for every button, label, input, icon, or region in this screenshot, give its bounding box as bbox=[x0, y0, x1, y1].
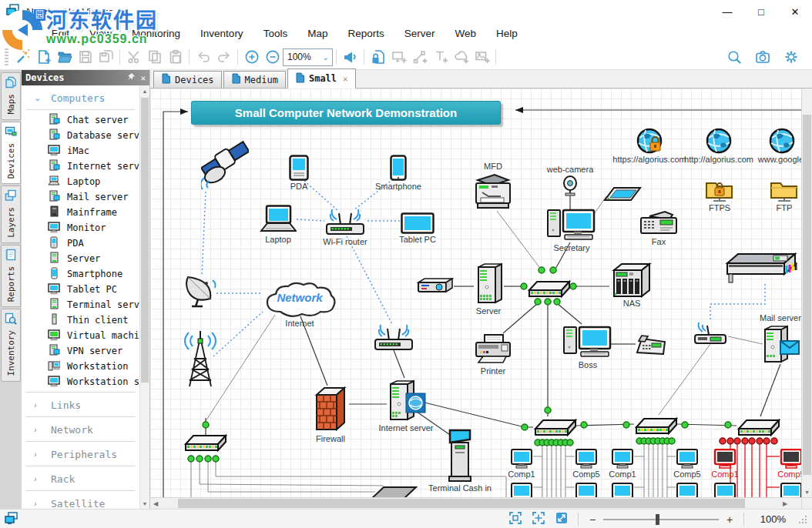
node-smartphone[interactable] bbox=[390, 155, 407, 183]
node-comp5a[interactable] bbox=[575, 449, 598, 471]
tree-group-peripherals[interactable]: ›Peripherals bbox=[22, 445, 139, 463]
node-mfd[interactable] bbox=[471, 172, 515, 213]
menu-tools[interactable]: Tools bbox=[253, 25, 298, 43]
node-antenna[interactable] bbox=[179, 329, 222, 392]
tree-item-vpn-server[interactable]: VPN server bbox=[22, 343, 139, 359]
settings-button[interactable] bbox=[780, 47, 801, 67]
tree-item-thin-client[interactable]: Thin client bbox=[22, 312, 139, 328]
tree-item-workstation-small[interactable]: Workstation small bbox=[22, 374, 139, 389]
map-canvas[interactable]: Small Computer Network Demonstration PDA… bbox=[150, 89, 801, 497]
node-nas[interactable] bbox=[609, 261, 654, 300]
node-internet-server[interactable] bbox=[386, 378, 426, 425]
fullscreen-button[interactable] bbox=[555, 511, 569, 527]
add-link-button[interactable] bbox=[409, 47, 430, 67]
scroll-up-icon[interactable]: ▲ bbox=[140, 85, 149, 96]
menu-file[interactable]: File bbox=[5, 25, 42, 43]
tree-item-mainframe[interactable]: Mainframe bbox=[22, 205, 139, 220]
side-tab-layers[interactable]: Layers bbox=[1, 185, 21, 243]
node-comp-r2-6[interactable] bbox=[780, 483, 801, 497]
scroll-down-icon[interactable]: ▼ bbox=[802, 486, 812, 497]
node-tablet-pc[interactable] bbox=[401, 212, 435, 236]
node-plotter[interactable] bbox=[724, 251, 801, 287]
node-comp5c[interactable] bbox=[780, 449, 801, 471]
node-fax[interactable] bbox=[639, 209, 679, 239]
tree-group-satellite[interactable]: ›Satellite bbox=[22, 494, 139, 509]
minimize-button[interactable]: — bbox=[710, 0, 744, 23]
map-wizard-button[interactable] bbox=[12, 47, 33, 67]
tree-item-terminal-server[interactable]: Terminal server bbox=[22, 297, 139, 312]
node-switch-b[interactable] bbox=[633, 415, 678, 437]
node-comp1c[interactable] bbox=[713, 449, 737, 471]
zoom-out-button[interactable] bbox=[262, 47, 283, 67]
paste-button[interactable] bbox=[165, 47, 186, 67]
save-button[interactable] bbox=[75, 47, 96, 67]
menu-web[interactable]: Web bbox=[445, 25, 486, 43]
node-site-http[interactable] bbox=[706, 128, 732, 156]
maximize-button[interactable]: □ bbox=[744, 0, 778, 23]
node-comp-r2-2[interactable] bbox=[575, 483, 598, 497]
map-tab-small[interactable]: Small✕ bbox=[287, 69, 356, 89]
menu-view[interactable]: View bbox=[79, 25, 122, 43]
tree-group-network[interactable]: ›Network bbox=[22, 420, 139, 439]
tree-item-internet-server[interactable]: Internet server bbox=[22, 159, 139, 174]
save-all-button[interactable] bbox=[96, 47, 116, 67]
copy-button[interactable] bbox=[144, 47, 165, 67]
fit-content-button[interactable] bbox=[532, 511, 545, 527]
node-phone-1[interactable] bbox=[635, 333, 667, 357]
node-pda[interactable] bbox=[289, 155, 309, 183]
announcement-button[interactable] bbox=[340, 47, 361, 67]
tree-item-smartphone[interactable]: Smartphone bbox=[22, 266, 139, 282]
canvas-vertical-scrollbar[interactable]: ▼ bbox=[801, 89, 812, 497]
node-site-https[interactable] bbox=[636, 128, 663, 156]
scroll-left-icon[interactable]: ◀ bbox=[150, 498, 161, 509]
camera-button[interactable] bbox=[752, 47, 773, 67]
node-wifi-ap[interactable] bbox=[693, 321, 727, 348]
tree-item-laptop[interactable]: Laptop bbox=[22, 174, 139, 189]
close-tab-icon[interactable]: ✕ bbox=[343, 74, 348, 84]
fit-selection-button[interactable] bbox=[508, 511, 522, 527]
scroll-right-icon[interactable]: ▶ bbox=[780, 498, 790, 509]
canvas-horizontal-scrollbar[interactable]: ◀ ▶ bbox=[150, 498, 801, 509]
menu-monitoring[interactable]: Monitoring bbox=[122, 25, 190, 43]
node-comp-r2-3[interactable] bbox=[611, 483, 634, 497]
add-cloud-button[interactable] bbox=[451, 47, 471, 67]
search-button[interactable] bbox=[723, 47, 744, 67]
side-tab-inventory[interactable]: Inventory bbox=[1, 309, 21, 382]
node-comp-r2-4[interactable] bbox=[676, 483, 699, 497]
menu-edit[interactable]: Edit bbox=[42, 25, 79, 43]
side-tab-reports[interactable]: Reports bbox=[1, 245, 21, 307]
node-comp-r2-5[interactable] bbox=[713, 483, 737, 497]
zoom-in-button[interactable] bbox=[241, 47, 262, 67]
menu-help[interactable]: Help bbox=[486, 25, 528, 43]
node-wifi-router-2[interactable] bbox=[373, 322, 414, 354]
map-title-banner[interactable]: Small Computer Network Demonstration bbox=[191, 101, 501, 125]
tree-item-imac[interactable]: iMac bbox=[22, 143, 139, 159]
add-device-button[interactable] bbox=[388, 47, 409, 67]
tree-item-database-server[interactable]: Database server bbox=[22, 128, 139, 143]
node-dish[interactable] bbox=[183, 276, 219, 313]
toolbar-grip[interactable] bbox=[5, 48, 8, 65]
redo-button[interactable] bbox=[213, 47, 234, 67]
tree-group-rack[interactable]: ›Rack bbox=[22, 470, 139, 488]
add-image-button[interactable] bbox=[471, 47, 492, 67]
node-wifi-router[interactable] bbox=[324, 207, 366, 239]
pin-icon[interactable] bbox=[127, 72, 136, 83]
node-cloud[interactable]: Network bbox=[262, 279, 337, 320]
node-site-google[interactable] bbox=[769, 128, 795, 156]
add-text-button[interactable] bbox=[430, 47, 451, 67]
node-switch-c[interactable] bbox=[736, 416, 780, 439]
menu-reports[interactable]: Reports bbox=[337, 25, 394, 43]
side-tab-maps[interactable]: Maps bbox=[1, 72, 21, 120]
map-tab-medium[interactable]: Medium bbox=[223, 71, 286, 88]
node-mail-server[interactable] bbox=[761, 324, 800, 366]
node-media-player[interactable] bbox=[417, 278, 454, 297]
node-laptop[interactable] bbox=[260, 205, 297, 236]
tree-item-chat-server[interactable]: Chat server bbox=[22, 112, 139, 128]
tree-item-workstation[interactable]: Workstation bbox=[22, 359, 139, 374]
map-tab-devices[interactable]: Devices bbox=[153, 71, 222, 88]
scroll-down-icon[interactable]: ▼ bbox=[140, 498, 149, 509]
node-firewall[interactable] bbox=[314, 386, 347, 436]
cut-button[interactable] bbox=[123, 47, 144, 67]
tree-item-mail-server[interactable]: Mail server bbox=[22, 189, 139, 205]
node-comp5b[interactable] bbox=[676, 449, 699, 471]
